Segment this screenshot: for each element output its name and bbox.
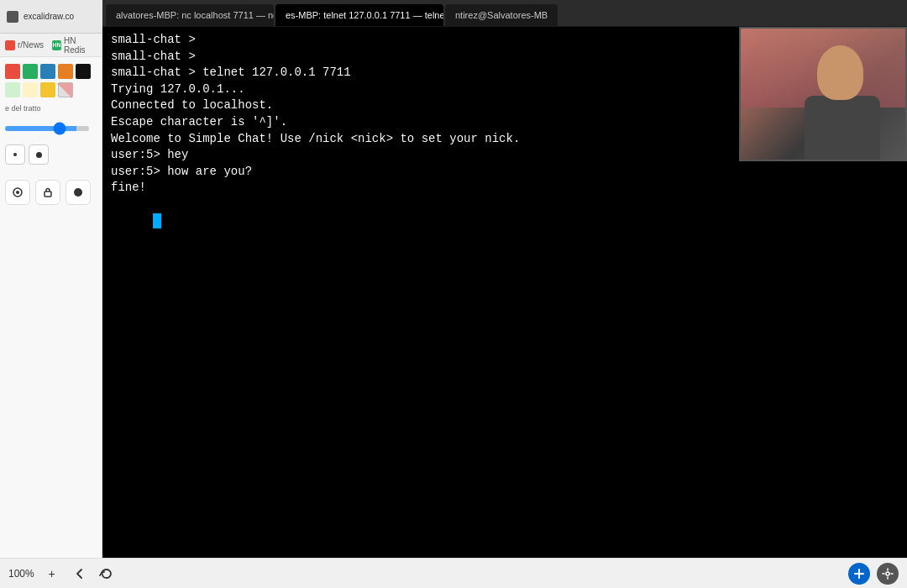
tab-bar: alvatores-MBP: nc localhost 7711 — nc lo… [102, 0, 907, 27]
color-row-1 [5, 64, 97, 79]
color-swatch-transparent[interactable] [58, 82, 73, 97]
tab-2-label: ntirez@Salvatores-MB [455, 10, 548, 20]
bottom-bar: 100% + [0, 558, 907, 588]
thickness-row [5, 144, 97, 165]
person-body [805, 96, 880, 161]
tab-1[interactable]: es-MBP: telnet 127.0.0.1 7711 — telnet 1… [275, 4, 443, 26]
favicon-icon [7, 11, 18, 23]
tab-0[interactable]: alvatores-MBP: nc localhost 7711 — nc lo… [106, 4, 274, 26]
zoom-level: 100% [8, 568, 34, 580]
term-line-9: user:5> how are you? [111, 164, 899, 181]
news-icon [5, 40, 15, 50]
cursor-block [153, 213, 161, 228]
bookmark-hn-label: HN Redis [64, 36, 97, 55]
person-head [817, 45, 863, 100]
slider-container [5, 118, 97, 136]
color-swatch-yellow[interactable] [40, 82, 55, 97]
color-swatch-green[interactable] [23, 64, 38, 79]
color-swatch-blue[interactable] [40, 64, 55, 79]
thickness-thin[interactable] [5, 144, 25, 165]
tab-1-label: es-MBP: telnet 127.0.0.1 7711 — telnet 1… [286, 10, 443, 20]
bookmark-hn[interactable]: HN HN Redis [52, 36, 97, 55]
color-row-2 [5, 82, 97, 97]
tab-2[interactable]: ntirez@Salvatores-MB [445, 4, 558, 26]
hn-icon: HN [52, 40, 61, 50]
bookmarks-bar: r/News HN HN Redis [0, 34, 102, 57]
zoom-add-button[interactable]: + [43, 564, 61, 583]
svg-point-3 [74, 188, 82, 197]
bookmark-news[interactable]: r/News [5, 40, 44, 50]
webcam-video [741, 29, 905, 160]
stroke-slider[interactable] [5, 126, 89, 131]
color-swatch-orange[interactable] [58, 64, 73, 79]
term-line-10: fine! [111, 180, 899, 197]
settings-circle-button[interactable] [877, 563, 899, 585]
undo-button[interactable] [97, 564, 115, 583]
svg-rect-2 [45, 192, 51, 197]
color-swatch-lightyellow[interactable] [23, 82, 38, 97]
tool-refresh[interactable] [5, 180, 30, 205]
browser-bar: excalidraw.co [0, 0, 102, 34]
thickness-medium[interactable] [29, 144, 49, 165]
url-text: excalidraw.co [24, 12, 74, 21]
color-swatch-red[interactable] [5, 64, 20, 79]
tab-0-label: alvatores-MBP: nc localhost 7711 — nc lo… [116, 10, 274, 20]
term-cursor-line [111, 197, 899, 247]
bookmark-news-label: r/News [18, 40, 44, 50]
tool-circle[interactable] [66, 180, 91, 205]
color-swatch-black[interactable] [76, 64, 91, 79]
svg-point-4 [886, 572, 889, 575]
back-button[interactable] [70, 564, 88, 583]
webcam-overlay [739, 27, 907, 161]
color-swatch-lightgreen[interactable] [5, 82, 20, 97]
stroke-label: e del tratto [5, 101, 97, 114]
svg-point-1 [16, 191, 19, 194]
sidebar: excalidraw.co r/News HN HN Redis [0, 0, 102, 588]
tool-lock[interactable] [35, 180, 60, 205]
color-palette: e del tratto [0, 57, 102, 215]
action-circle-button[interactable] [848, 563, 870, 585]
bottom-right-actions [848, 563, 899, 585]
tools-row [5, 176, 97, 208]
